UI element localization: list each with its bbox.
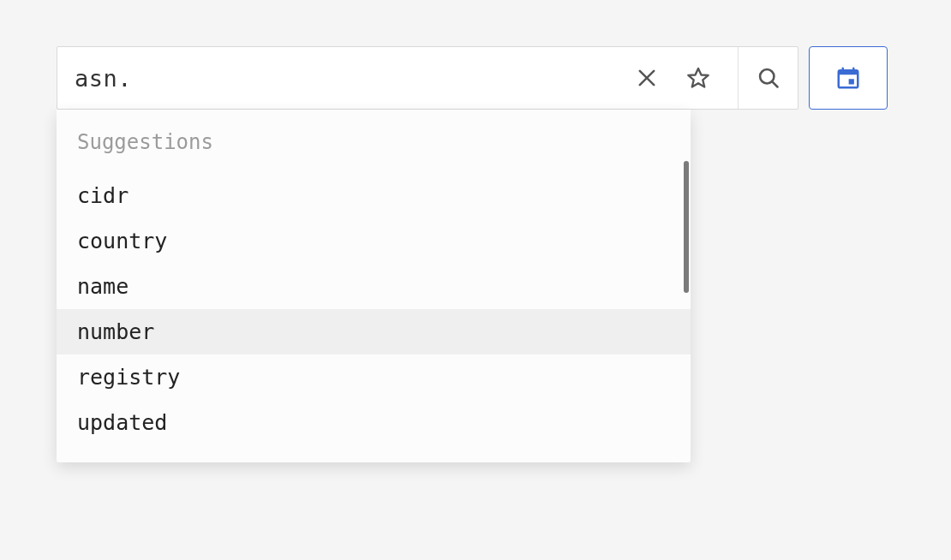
- suggestion-item[interactable]: number: [57, 309, 691, 354]
- svg-rect-6: [839, 70, 858, 74]
- suggestion-item[interactable]: registry: [57, 354, 691, 400]
- star-icon: [686, 66, 710, 90]
- search-input[interactable]: [73, 64, 621, 92]
- suggestion-item[interactable]: name: [57, 264, 691, 309]
- svg-marker-2: [688, 69, 708, 87]
- calendar-icon: [835, 65, 861, 91]
- favorite-button[interactable]: [673, 47, 724, 109]
- svg-rect-7: [849, 79, 854, 84]
- svg-line-4: [772, 81, 777, 86]
- clear-button[interactable]: [621, 47, 673, 109]
- search-icon: [757, 66, 781, 90]
- suggestions-header: Suggestions: [57, 130, 691, 173]
- suggestions-dropdown: Suggestions cidr country name number reg…: [57, 110, 691, 462]
- search-input-wrap: [57, 47, 738, 109]
- scrollbar-thumb[interactable]: [684, 161, 689, 293]
- close-icon: [635, 66, 659, 90]
- date-range-button[interactable]: [809, 46, 888, 110]
- suggestion-item[interactable]: cidr: [57, 173, 691, 218]
- suggestion-item[interactable]: country: [57, 218, 691, 264]
- search-bar: [57, 46, 798, 110]
- suggestion-item[interactable]: updated: [57, 400, 691, 445]
- search-button[interactable]: [738, 47, 798, 109]
